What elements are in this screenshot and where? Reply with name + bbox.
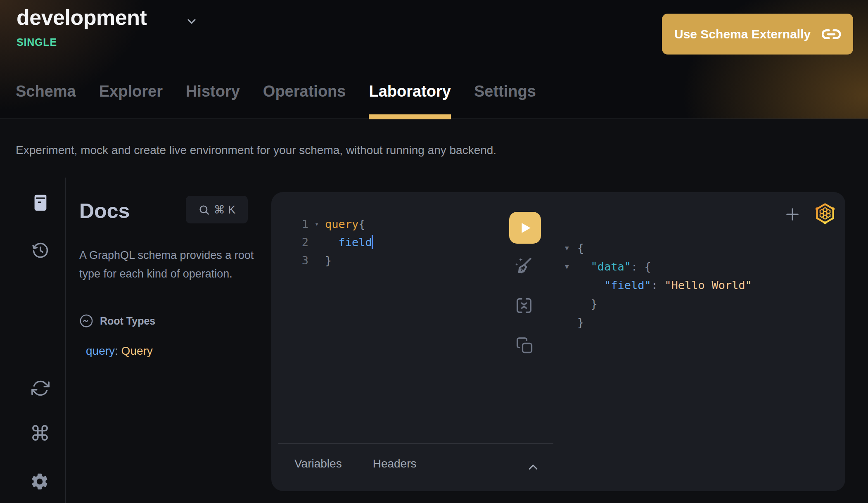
search-icon [198, 204, 210, 216]
fold-toggle-icon[interactable]: ▾ [308, 220, 325, 228]
page-subtitle: Experiment, mock and create live environ… [16, 144, 496, 157]
collapse-chevron-up-icon[interactable] [526, 460, 541, 476]
page-header: development SINGLE Use Schema Externally… [0, 0, 868, 119]
fold-toggle-icon[interactable]: ▼ [565, 244, 577, 252]
settings-gear-icon[interactable] [30, 472, 50, 491]
editor-line: 1 ▾ query{ [271, 215, 372, 233]
response-line: "field": "Hello World" [565, 276, 752, 294]
root-type-separator: : [115, 344, 121, 357]
target-title: development [17, 5, 147, 30]
sidebar-divider [65, 178, 66, 503]
docs-heading: Docs [79, 199, 130, 223]
line-number: 3 [271, 254, 308, 267]
line-number: 2 [271, 236, 308, 249]
search-shortcut-label: ⌘ K [214, 203, 236, 216]
status-badge: SINGLE [17, 36, 57, 48]
link-icon [822, 25, 841, 44]
execute-query-button[interactable] [509, 212, 541, 244]
play-icon [518, 221, 532, 235]
docs-book-icon[interactable] [31, 193, 50, 212]
tab-laboratory[interactable]: Laboratory [369, 82, 451, 101]
refresh-icon[interactable] [31, 379, 50, 397]
merge-fragments-icon[interactable] [515, 296, 534, 317]
query-editor[interactable]: 1 ▾ query{ 2 field 3 } [271, 215, 372, 269]
root-types-icon [79, 314, 93, 328]
prettify-icon[interactable] [513, 255, 535, 279]
docs-search-button[interactable]: ⌘ K [186, 196, 248, 223]
add-tab-plus-icon[interactable] [784, 206, 801, 224]
tab-settings[interactable]: Settings [474, 82, 536, 101]
tab-headers[interactable]: Headers [373, 457, 417, 470]
use-schema-externally-button[interactable]: Use Schema Externally [662, 14, 853, 55]
tab-explorer[interactable]: Explorer [99, 82, 163, 101]
tab-schema[interactable]: Schema [16, 82, 76, 101]
response-line: ▼ "data": { [565, 257, 752, 276]
chevron-down-icon[interactable] [185, 15, 198, 28]
fold-toggle-icon[interactable]: ▼ [565, 263, 577, 270]
root-types-section: Root Types [79, 314, 155, 328]
editor-line: 2 field [271, 233, 372, 251]
response-line: ▼ { [565, 239, 752, 257]
secondary-editor-tabs: Variables Headers [294, 457, 417, 470]
main-nav-tabs: Schema Explorer History Operations Labor… [16, 82, 536, 101]
graphiql-panel: 1 ▾ query{ 2 field 3 } [271, 192, 845, 491]
history-icon[interactable] [31, 241, 50, 259]
docs-description: A GraphQL schema provides a root type fo… [79, 246, 255, 283]
tab-history[interactable]: History [186, 82, 240, 101]
response-line: } [565, 313, 752, 332]
root-type-name[interactable]: Query [121, 344, 153, 357]
root-types-label: Root Types [100, 315, 155, 327]
response-line: } [565, 294, 752, 313]
response-viewer: ▼ { ▼ "data": { "field": "Hello World" }… [565, 239, 752, 332]
text-cursor [372, 235, 373, 249]
use-schema-externally-label: Use Schema Externally [674, 27, 811, 41]
tab-operations[interactable]: Operations [263, 82, 346, 101]
hive-logo-icon[interactable] [813, 202, 837, 227]
root-type-field: query [86, 344, 115, 357]
editor-line: 3 } [271, 251, 372, 269]
variables-divider [278, 443, 553, 444]
root-type-query-link[interactable]: query: Query [86, 344, 153, 358]
copy-query-icon[interactable] [516, 337, 534, 356]
tab-variables[interactable]: Variables [294, 457, 342, 470]
shortcuts-command-icon[interactable]: ⌘ [30, 425, 50, 443]
line-number: 1 [271, 218, 308, 230]
